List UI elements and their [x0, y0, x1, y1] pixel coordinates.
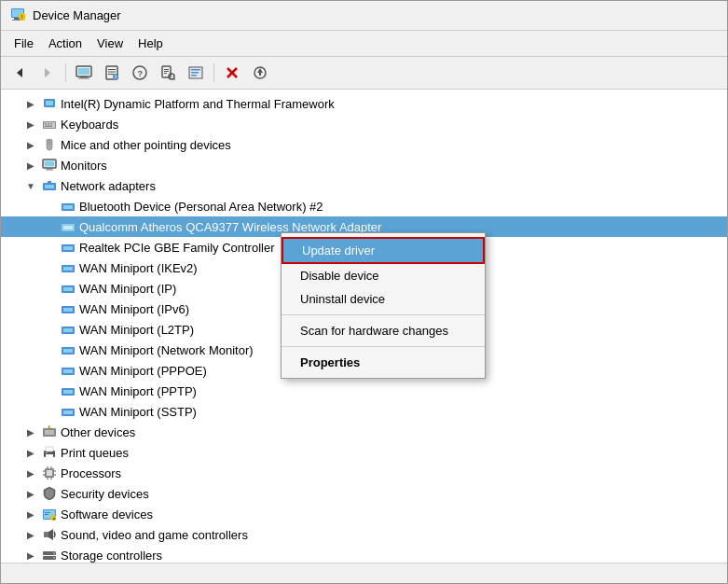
back-button[interactable] — [7, 61, 33, 85]
icon-wan-ip — [61, 281, 76, 296]
expand-icon-monitors: ▶ — [23, 158, 38, 173]
icon-wan-network-monitor — [61, 342, 76, 357]
svg-rect-13 — [108, 69, 116, 70]
tree-item-sound[interactable]: ▶ Sound, video and game controllers — [1, 524, 727, 545]
tree-item-storage[interactable]: ▶ Storage controllers — [1, 545, 727, 563]
expand-icon-storage: ▶ — [23, 548, 38, 563]
svg-rect-74 — [45, 430, 54, 435]
tree-item-wan-pptp[interactable]: ▶ WAN Miniport (PPTP) — [1, 381, 727, 401]
svg-rect-62 — [63, 308, 73, 312]
svg-rect-68 — [63, 369, 73, 373]
title-bar-icon: ! — [10, 7, 25, 24]
label-print-queues: Print queues — [61, 446, 129, 460]
update-button[interactable] — [247, 61, 273, 85]
label-wan-pppoe: WAN Miniport (PPPOE) — [79, 364, 207, 378]
help-button[interactable]: ? — [127, 61, 153, 85]
svg-rect-42 — [45, 126, 52, 128]
svg-rect-72 — [63, 410, 73, 414]
tree-item-monitors[interactable]: ▶ Monitors — [1, 155, 727, 175]
label-realtek: Realtek PCIe GBE Family Controller — [79, 241, 275, 255]
expand-icon-network: ▼ — [23, 178, 38, 193]
tree-item-security-devices[interactable]: ▶ Security devices — [1, 483, 727, 504]
tree-item-processors[interactable]: ▶ Processors — [1, 463, 727, 483]
menu-action[interactable]: Action — [41, 34, 89, 53]
icon-mice — [42, 137, 57, 152]
svg-point-101 — [53, 552, 55, 554]
label-wan-ipv6: WAN Miniport (IPv6) — [79, 302, 189, 316]
context-menu-properties[interactable]: Properties — [282, 351, 485, 374]
svg-rect-45 — [45, 161, 55, 167]
icon-wan-ikev2 — [61, 260, 76, 275]
context-menu-update-driver[interactable]: Update driver — [282, 237, 485, 264]
icon-sound — [42, 527, 57, 542]
svg-rect-27 — [191, 69, 200, 71]
tree-item-mice[interactable]: ▶ Mice and other pointing devices — [1, 134, 727, 155]
properties-button[interactable]: ? — [99, 61, 125, 85]
svg-rect-38 — [44, 122, 55, 128]
menu-view[interactable]: View — [89, 34, 130, 53]
label-network-adapters: Network adapters — [61, 179, 156, 193]
svg-rect-58 — [63, 267, 73, 271]
svg-rect-14 — [108, 72, 116, 73]
label-wan-sstp: WAN Miniport (SSTP) — [79, 405, 197, 419]
label-wan-pptp: WAN Miniport (PPTP) — [79, 384, 197, 398]
svg-rect-15 — [108, 74, 114, 75]
context-menu-uninstall-device[interactable]: Uninstall device — [282, 287, 485, 311]
svg-rect-40 — [48, 123, 49, 125]
svg-rect-50 — [48, 181, 51, 184]
remove-button[interactable] — [219, 61, 245, 85]
svg-rect-39 — [45, 123, 47, 125]
menu-file[interactable]: File — [7, 34, 41, 53]
scan-button[interactable] — [155, 61, 181, 85]
label-processors: Processors — [61, 466, 121, 480]
tree-item-intel-dynamic[interactable]: ▶ Intel(R) Dynamic Platform and Thermal … — [1, 93, 727, 114]
label-sound: Sound, video and game controllers — [61, 528, 248, 542]
tree-item-print-queues[interactable]: ▶ Print queues — [1, 442, 727, 463]
svg-rect-34 — [259, 73, 261, 76]
svg-rect-60 — [63, 287, 73, 291]
menu-bar: File Action View Help — [1, 31, 727, 57]
label-wan-network-monitor: WAN Miniport (Network Monitor) — [79, 343, 254, 357]
icon-realtek — [61, 240, 76, 255]
title-bar: ! Device Manager — [1, 1, 727, 31]
status-bar — [1, 563, 727, 583]
icon-wan-pptp — [61, 383, 76, 398]
label-keyboards: Keyboards — [61, 118, 118, 132]
tree-item-keyboards[interactable]: ▶ Keyboards — [1, 114, 727, 134]
label-other-devices: Other devices — [61, 425, 135, 439]
svg-rect-66 — [63, 349, 73, 353]
resources-button[interactable] — [183, 61, 209, 85]
icon-security-devices — [42, 486, 57, 501]
label-mice: Mice and other pointing devices — [61, 138, 231, 152]
svg-line-25 — [173, 78, 174, 79]
forward-button[interactable] — [34, 61, 61, 85]
computer-button[interactable] — [71, 61, 97, 85]
svg-marker-7 — [45, 68, 50, 77]
menu-help[interactable]: Help — [130, 34, 171, 53]
svg-text:?: ? — [115, 75, 117, 80]
expand-icon-security: ▶ — [23, 486, 38, 501]
expand-icon-sound: ▶ — [23, 527, 38, 542]
context-menu-disable-device[interactable]: Disable device — [282, 264, 485, 287]
svg-rect-94 — [45, 514, 48, 515]
icon-wan-l2tp — [61, 322, 76, 337]
context-menu-scan-hardware[interactable]: Scan for hardware changes — [282, 319, 485, 342]
tree-item-bluetooth[interactable]: ▶ Bluetooth Device (Personal Area Networ… — [1, 196, 727, 216]
main-content: ▶ Intel(R) Dynamic Platform and Thermal … — [1, 90, 727, 563]
svg-rect-52 — [63, 205, 73, 209]
svg-rect-23 — [164, 73, 167, 74]
tree-item-wan-sstp[interactable]: ▶ WAN Miniport (SSTP) — [1, 401, 727, 422]
svg-rect-41 — [50, 123, 52, 125]
svg-rect-78 — [46, 447, 53, 452]
label-security-devices: Security devices — [61, 487, 149, 501]
tree-item-software-devices[interactable]: ▶ ✦ Software devices — [1, 504, 727, 524]
expand-icon-mice: ▶ — [23, 137, 38, 152]
tree-item-network-adapters[interactable]: ▼ Network adapters — [1, 175, 727, 196]
svg-rect-22 — [164, 71, 169, 72]
svg-rect-21 — [164, 69, 169, 70]
icon-storage — [42, 548, 57, 563]
icon-keyboards — [42, 117, 57, 132]
toolbar-sep-1 — [65, 63, 66, 82]
title-bar-text: Device Manager — [33, 8, 121, 22]
tree-item-other-devices[interactable]: ▶ ! Other devices — [1, 422, 727, 442]
